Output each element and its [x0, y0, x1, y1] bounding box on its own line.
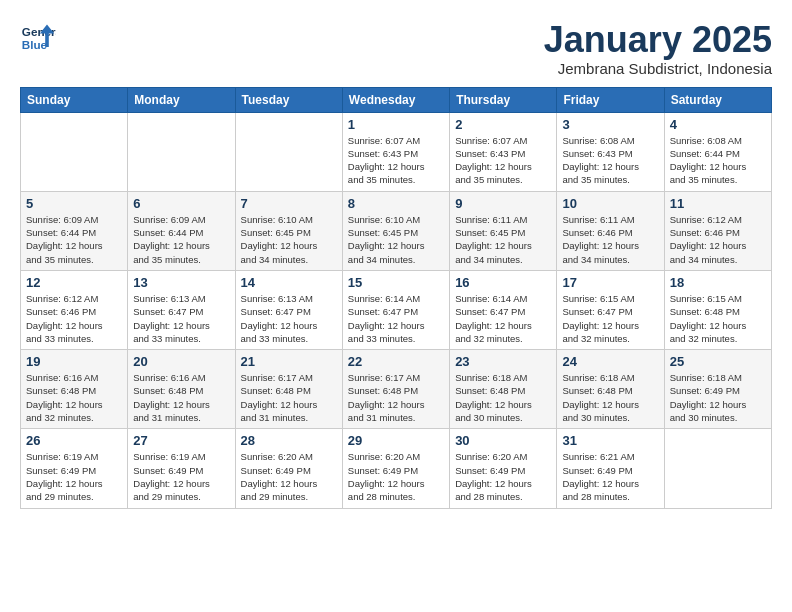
- calendar-cell: 3Sunrise: 6:08 AM Sunset: 6:43 PM Daylig…: [557, 112, 664, 191]
- calendar-cell: 20Sunrise: 6:16 AM Sunset: 6:48 PM Dayli…: [128, 350, 235, 429]
- day-number: 21: [241, 354, 337, 369]
- day-info: Sunrise: 6:07 AM Sunset: 6:43 PM Dayligh…: [455, 134, 551, 187]
- page-header: General Blue January 2025 Jembrana Subdi…: [20, 20, 772, 77]
- day-number: 1: [348, 117, 444, 132]
- day-info: Sunrise: 6:18 AM Sunset: 6:48 PM Dayligh…: [562, 371, 658, 424]
- day-number: 31: [562, 433, 658, 448]
- day-number: 16: [455, 275, 551, 290]
- day-info: Sunrise: 6:12 AM Sunset: 6:46 PM Dayligh…: [670, 213, 766, 266]
- day-number: 4: [670, 117, 766, 132]
- day-info: Sunrise: 6:08 AM Sunset: 6:43 PM Dayligh…: [562, 134, 658, 187]
- day-info: Sunrise: 6:13 AM Sunset: 6:47 PM Dayligh…: [133, 292, 229, 345]
- calendar-cell: 8Sunrise: 6:10 AM Sunset: 6:45 PM Daylig…: [342, 191, 449, 270]
- day-number: 15: [348, 275, 444, 290]
- day-info: Sunrise: 6:10 AM Sunset: 6:45 PM Dayligh…: [348, 213, 444, 266]
- day-info: Sunrise: 6:11 AM Sunset: 6:46 PM Dayligh…: [562, 213, 658, 266]
- day-info: Sunrise: 6:08 AM Sunset: 6:44 PM Dayligh…: [670, 134, 766, 187]
- day-number: 2: [455, 117, 551, 132]
- day-info: Sunrise: 6:16 AM Sunset: 6:48 PM Dayligh…: [133, 371, 229, 424]
- calendar-cell: 26Sunrise: 6:19 AM Sunset: 6:49 PM Dayli…: [21, 429, 128, 508]
- calendar-cell: 31Sunrise: 6:21 AM Sunset: 6:49 PM Dayli…: [557, 429, 664, 508]
- day-info: Sunrise: 6:17 AM Sunset: 6:48 PM Dayligh…: [348, 371, 444, 424]
- day-info: Sunrise: 6:13 AM Sunset: 6:47 PM Dayligh…: [241, 292, 337, 345]
- calendar-cell: 24Sunrise: 6:18 AM Sunset: 6:48 PM Dayli…: [557, 350, 664, 429]
- day-number: 19: [26, 354, 122, 369]
- weekday-header-thursday: Thursday: [450, 87, 557, 112]
- calendar-week-row: 5Sunrise: 6:09 AM Sunset: 6:44 PM Daylig…: [21, 191, 772, 270]
- day-number: 24: [562, 354, 658, 369]
- calendar-cell: 17Sunrise: 6:15 AM Sunset: 6:47 PM Dayli…: [557, 270, 664, 349]
- calendar-cell: [664, 429, 771, 508]
- calendar-cell: 4Sunrise: 6:08 AM Sunset: 6:44 PM Daylig…: [664, 112, 771, 191]
- day-number: 13: [133, 275, 229, 290]
- calendar-cell: 29Sunrise: 6:20 AM Sunset: 6:49 PM Dayli…: [342, 429, 449, 508]
- calendar-cell: 5Sunrise: 6:09 AM Sunset: 6:44 PM Daylig…: [21, 191, 128, 270]
- calendar-cell: 27Sunrise: 6:19 AM Sunset: 6:49 PM Dayli…: [128, 429, 235, 508]
- day-number: 25: [670, 354, 766, 369]
- day-info: Sunrise: 6:10 AM Sunset: 6:45 PM Dayligh…: [241, 213, 337, 266]
- day-info: Sunrise: 6:14 AM Sunset: 6:47 PM Dayligh…: [455, 292, 551, 345]
- calendar-cell: 13Sunrise: 6:13 AM Sunset: 6:47 PM Dayli…: [128, 270, 235, 349]
- day-info: Sunrise: 6:09 AM Sunset: 6:44 PM Dayligh…: [133, 213, 229, 266]
- day-info: Sunrise: 6:21 AM Sunset: 6:49 PM Dayligh…: [562, 450, 658, 503]
- calendar-week-row: 12Sunrise: 6:12 AM Sunset: 6:46 PM Dayli…: [21, 270, 772, 349]
- day-info: Sunrise: 6:11 AM Sunset: 6:45 PM Dayligh…: [455, 213, 551, 266]
- calendar-cell: 2Sunrise: 6:07 AM Sunset: 6:43 PM Daylig…: [450, 112, 557, 191]
- calendar-cell: 19Sunrise: 6:16 AM Sunset: 6:48 PM Dayli…: [21, 350, 128, 429]
- calendar-cell: 18Sunrise: 6:15 AM Sunset: 6:48 PM Dayli…: [664, 270, 771, 349]
- day-info: Sunrise: 6:09 AM Sunset: 6:44 PM Dayligh…: [26, 213, 122, 266]
- calendar-cell: 28Sunrise: 6:20 AM Sunset: 6:49 PM Dayli…: [235, 429, 342, 508]
- day-number: 14: [241, 275, 337, 290]
- day-number: 27: [133, 433, 229, 448]
- calendar-cell: 23Sunrise: 6:18 AM Sunset: 6:48 PM Dayli…: [450, 350, 557, 429]
- day-number: 11: [670, 196, 766, 211]
- day-number: 3: [562, 117, 658, 132]
- day-number: 6: [133, 196, 229, 211]
- calendar-cell: 22Sunrise: 6:17 AM Sunset: 6:48 PM Dayli…: [342, 350, 449, 429]
- day-info: Sunrise: 6:16 AM Sunset: 6:48 PM Dayligh…: [26, 371, 122, 424]
- calendar-cell: 11Sunrise: 6:12 AM Sunset: 6:46 PM Dayli…: [664, 191, 771, 270]
- calendar-title: January 2025: [544, 20, 772, 60]
- calendar-cell: 10Sunrise: 6:11 AM Sunset: 6:46 PM Dayli…: [557, 191, 664, 270]
- calendar-week-row: 19Sunrise: 6:16 AM Sunset: 6:48 PM Dayli…: [21, 350, 772, 429]
- calendar-cell: 9Sunrise: 6:11 AM Sunset: 6:45 PM Daylig…: [450, 191, 557, 270]
- day-number: 17: [562, 275, 658, 290]
- day-info: Sunrise: 6:15 AM Sunset: 6:48 PM Dayligh…: [670, 292, 766, 345]
- calendar-cell: 15Sunrise: 6:14 AM Sunset: 6:47 PM Dayli…: [342, 270, 449, 349]
- weekday-header-saturday: Saturday: [664, 87, 771, 112]
- calendar-cell: 16Sunrise: 6:14 AM Sunset: 6:47 PM Dayli…: [450, 270, 557, 349]
- day-number: 8: [348, 196, 444, 211]
- day-number: 12: [26, 275, 122, 290]
- calendar-week-row: 1Sunrise: 6:07 AM Sunset: 6:43 PM Daylig…: [21, 112, 772, 191]
- day-number: 20: [133, 354, 229, 369]
- calendar-cell: [21, 112, 128, 191]
- calendar-subtitle: Jembrana Subdistrict, Indonesia: [544, 60, 772, 77]
- calendar-cell: 7Sunrise: 6:10 AM Sunset: 6:45 PM Daylig…: [235, 191, 342, 270]
- day-info: Sunrise: 6:20 AM Sunset: 6:49 PM Dayligh…: [241, 450, 337, 503]
- day-info: Sunrise: 6:18 AM Sunset: 6:49 PM Dayligh…: [670, 371, 766, 424]
- weekday-header-tuesday: Tuesday: [235, 87, 342, 112]
- calendar-table: SundayMondayTuesdayWednesdayThursdayFrid…: [20, 87, 772, 509]
- calendar-cell: 6Sunrise: 6:09 AM Sunset: 6:44 PM Daylig…: [128, 191, 235, 270]
- weekday-header-friday: Friday: [557, 87, 664, 112]
- day-info: Sunrise: 6:07 AM Sunset: 6:43 PM Dayligh…: [348, 134, 444, 187]
- day-info: Sunrise: 6:19 AM Sunset: 6:49 PM Dayligh…: [133, 450, 229, 503]
- day-number: 23: [455, 354, 551, 369]
- day-number: 22: [348, 354, 444, 369]
- calendar-week-row: 26Sunrise: 6:19 AM Sunset: 6:49 PM Dayli…: [21, 429, 772, 508]
- day-number: 28: [241, 433, 337, 448]
- weekday-header-wednesday: Wednesday: [342, 87, 449, 112]
- calendar-cell: 1Sunrise: 6:07 AM Sunset: 6:43 PM Daylig…: [342, 112, 449, 191]
- svg-text:Blue: Blue: [22, 38, 48, 51]
- day-number: 10: [562, 196, 658, 211]
- weekday-header-monday: Monday: [128, 87, 235, 112]
- logo-icon: General Blue: [20, 20, 56, 56]
- logo: General Blue: [20, 20, 56, 56]
- calendar-cell: 14Sunrise: 6:13 AM Sunset: 6:47 PM Dayli…: [235, 270, 342, 349]
- weekday-header-row: SundayMondayTuesdayWednesdayThursdayFrid…: [21, 87, 772, 112]
- day-info: Sunrise: 6:20 AM Sunset: 6:49 PM Dayligh…: [455, 450, 551, 503]
- title-block: January 2025 Jembrana Subdistrict, Indon…: [544, 20, 772, 77]
- day-info: Sunrise: 6:14 AM Sunset: 6:47 PM Dayligh…: [348, 292, 444, 345]
- calendar-cell: 25Sunrise: 6:18 AM Sunset: 6:49 PM Dayli…: [664, 350, 771, 429]
- calendar-cell: [128, 112, 235, 191]
